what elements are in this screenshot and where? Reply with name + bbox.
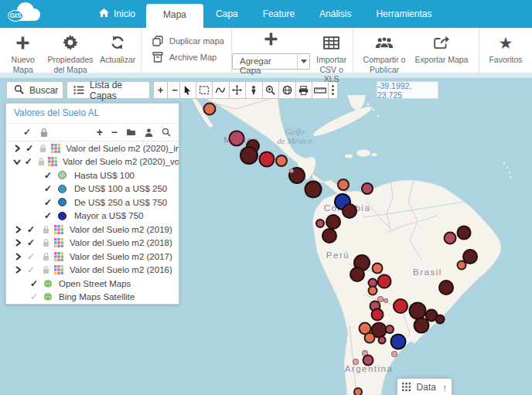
layer-row[interactable]: ✓Bing Maps Satellite: [6, 291, 179, 305]
select-rectangle-icon[interactable]: [196, 81, 213, 99]
archive-map-button[interactable]: Archive Map: [146, 52, 217, 63]
map-point-marker[interactable]: [353, 387, 363, 395]
favorites-button[interactable]: ★ Favoritos: [482, 28, 530, 65]
nav-item-inicio[interactable]: Inicio: [91, 9, 146, 28]
lock-icon[interactable]: [39, 265, 53, 274]
layer-visibility-checkbox[interactable]: ✓: [26, 278, 42, 289]
lock-icon[interactable]: [39, 252, 53, 261]
map-point-marker[interactable]: [315, 219, 325, 228]
remove-layer-icon[interactable]: −: [111, 126, 118, 138]
tab-feature[interactable]: Feature: [251, 2, 307, 28]
map-point-marker[interactable]: [350, 267, 365, 282]
search-button[interactable]: Buscar: [6, 81, 63, 99]
map-point-marker[interactable]: [390, 334, 407, 350]
layer-visibility-checkbox[interactable]: ✓: [23, 251, 39, 262]
share-publish-button[interactable]: Compartir o Publicar: [360, 28, 408, 74]
chevron-right-icon[interactable]: [12, 253, 23, 260]
layer-visibility-checkbox[interactable]: ✓: [23, 224, 39, 235]
data-panel-button[interactable]: Data ↑: [397, 378, 452, 395]
legend-visibility-checkbox[interactable]: ✓: [40, 210, 56, 221]
map-point-marker[interactable]: [364, 332, 376, 344]
map-point-marker[interactable]: [203, 103, 217, 116]
lock-icon[interactable]: [39, 225, 53, 234]
legend-row[interactable]: ✓Hasta US$ 100: [6, 169, 179, 182]
layer-visibility-checkbox[interactable]: ✓: [23, 237, 39, 248]
map-point-marker[interactable]: [444, 232, 457, 245]
layer-row[interactable]: ✓Open Street Maps: [6, 277, 179, 291]
zoom-search-icon[interactable]: [162, 128, 171, 137]
legend-row[interactable]: ✓De US$ 250 a US$ 750: [6, 196, 179, 209]
map-point-marker[interactable]: [435, 315, 445, 325]
tab-análisis[interactable]: Análisis: [307, 2, 363, 28]
map-point-marker[interactable]: [259, 152, 275, 168]
chevron-down-icon[interactable]: [12, 159, 22, 165]
map-point-marker[interactable]: [393, 298, 408, 314]
map-point-marker[interactable]: [457, 226, 472, 240]
map-point-marker[interactable]: [289, 169, 294, 173]
legend-visibility-checkbox[interactable]: ✓: [40, 197, 56, 208]
map-point-marker[interactable]: [377, 274, 392, 289]
globe-icon[interactable]: [279, 81, 296, 99]
tab-capa[interactable]: Capa: [203, 2, 251, 28]
street-view-icon[interactable]: [246, 81, 263, 99]
tab-mapa[interactable]: Mapa: [146, 4, 203, 28]
legend-row[interactable]: ✓De US$ 100 a US$ 250: [6, 182, 179, 196]
new-map-button[interactable]: Nuevo Mapa: [2, 28, 45, 74]
map-point-marker[interactable]: [384, 298, 388, 303]
lock-icon[interactable]: [35, 157, 47, 166]
layer-row[interactable]: ✓Valor del Suelo m2 (2018): [6, 237, 179, 250]
legend-visibility-checkbox[interactable]: ✓: [40, 183, 56, 194]
legend-row[interactable]: ✓Mayor a US$ 750: [6, 209, 179, 223]
map-point-marker[interactable]: [438, 280, 454, 295]
map-point-marker[interactable]: [372, 263, 384, 274]
layer-visibility-checkbox[interactable]: ✓: [23, 264, 39, 275]
freehand-draw-icon[interactable]: [213, 81, 230, 99]
map-properties-button[interactable]: Propiedades del Mapa: [48, 28, 94, 74]
print-icon[interactable]: [296, 81, 313, 99]
map-point-marker[interactable]: [385, 325, 394, 334]
map-point-marker[interactable]: [326, 214, 341, 230]
map-point-marker[interactable]: [275, 155, 288, 167]
map-point-marker[interactable]: [457, 260, 467, 271]
folder-icon[interactable]: [126, 128, 136, 136]
map-point-marker[interactable]: [363, 355, 374, 366]
zoom-in-tool-icon[interactable]: [263, 81, 280, 99]
map-point-marker[interactable]: [378, 336, 387, 345]
tab-herramientas[interactable]: Herramientas: [363, 2, 444, 28]
map-point-marker[interactable]: [391, 351, 397, 357]
check-all-icon[interactable]: ✓: [23, 127, 31, 138]
lock-icon[interactable]: [37, 144, 50, 153]
user-icon[interactable]: [145, 128, 153, 137]
gis-cloud-logo[interactable]: GIS: [8, 2, 43, 26]
chevron-right-icon[interactable]: [12, 266, 23, 274]
layer-row[interactable]: ✓Valor del Suelo m2 (2016): [6, 264, 179, 278]
chevron-right-icon[interactable]: [12, 239, 23, 247]
layer-visibility-checkbox[interactable]: ✓: [22, 143, 37, 154]
map-point-marker[interactable]: [322, 228, 337, 243]
map-point-marker[interactable]: [240, 146, 258, 165]
duplicate-map-button[interactable]: Duplicar mapa: [146, 36, 224, 46]
map-point-marker[interactable]: [342, 203, 357, 219]
refresh-button[interactable]: Actualizar: [96, 28, 139, 65]
lock-icon[interactable]: [40, 128, 48, 138]
chevron-right-icon[interactable]: [12, 226, 23, 233]
map-point-marker[interactable]: [414, 318, 430, 334]
layer-row[interactable]: ✓Valor del Suelo m2 (2017): [6, 250, 179, 264]
chevron-down-icon[interactable]: [297, 54, 310, 69]
map-point-marker[interactable]: [337, 179, 350, 191]
layers-list-button[interactable]: Lista de Capas: [66, 81, 150, 99]
import-csv-button[interactable]: Importar CSV o XLS: [312, 28, 351, 84]
add-layer-dropdown[interactable]: Agregar Capa: [232, 53, 310, 70]
add-layer-icon[interactable]: +: [97, 126, 103, 138]
cursor-icon[interactable]: [179, 81, 196, 99]
pan-icon[interactable]: [230, 81, 247, 99]
map-canvas[interactable]: Golfode MéxicoMéxicoColombiaPerúBrasilAr…: [0, 78, 532, 395]
layer-row[interactable]: ✓Valor del Suelo m2 (2020)_inst: [6, 141, 179, 155]
map-point-marker[interactable]: [353, 359, 359, 365]
layer-visibility-checkbox[interactable]: ✓: [22, 156, 35, 167]
lock-icon[interactable]: [39, 238, 53, 247]
zoom-in-button[interactable]: +: [153, 81, 168, 99]
layer-row[interactable]: ✓Valor del Suelo m2 (2020)_volunt.: [6, 155, 179, 169]
layer-row[interactable]: ✓Valor del Suelo m2 (2019): [6, 223, 179, 237]
map-point-marker[interactable]: [371, 308, 384, 322]
